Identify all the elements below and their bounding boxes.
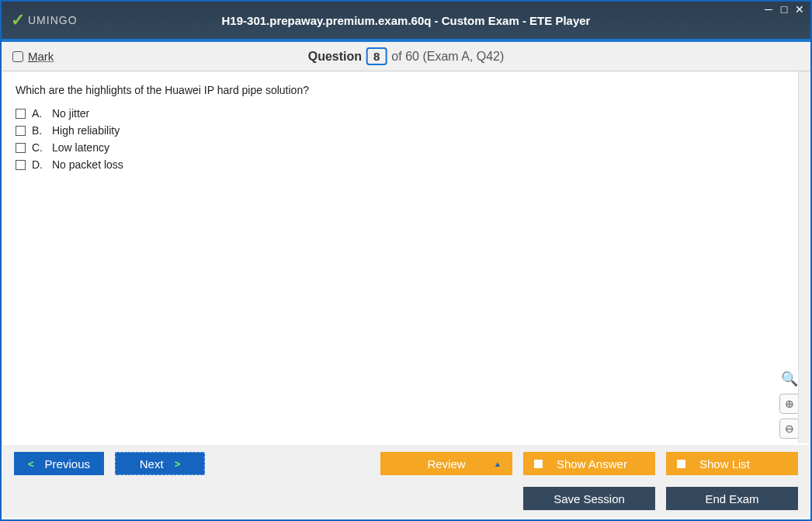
- end-exam-button[interactable]: End Exam: [666, 487, 798, 510]
- window-title: H19-301.prepaway.premium.exam.60q - Cust…: [222, 14, 591, 27]
- button-row-2: Save Session End Exam: [3, 482, 809, 518]
- option-b[interactable]: B. High reliability: [16, 124, 796, 137]
- option-a[interactable]: A. No jitter: [16, 107, 796, 120]
- chevron-left-icon: <: [28, 458, 34, 470]
- option-letter: A.: [32, 107, 46, 120]
- button-label: Show List: [699, 457, 750, 471]
- show-answer-button[interactable]: Show Answer: [523, 452, 655, 475]
- previous-button[interactable]: < Previous: [14, 452, 104, 475]
- square-icon: [677, 460, 685, 468]
- mark-checkbox[interactable]: [12, 51, 23, 62]
- option-text: No packet loss: [52, 158, 123, 171]
- zoom-in-icon[interactable]: ⊕: [779, 394, 800, 414]
- titlebar: ✓ UMINGO H19-301.prepaway.premium.exam.6…: [2, 2, 810, 39]
- show-list-button[interactable]: Show List: [666, 452, 798, 475]
- logo-text: UMINGO: [28, 14, 78, 26]
- scrollbar[interactable]: [798, 71, 809, 443]
- option-c[interactable]: C. Low latency: [16, 141, 796, 154]
- checkbox-icon[interactable]: [16, 109, 26, 119]
- button-label: Show Answer: [557, 457, 627, 471]
- next-button[interactable]: Next >: [115, 452, 205, 475]
- checkbox-icon[interactable]: [16, 126, 26, 136]
- logo: ✓ UMINGO: [11, 10, 78, 30]
- triangle-up-icon: ▲: [494, 460, 501, 468]
- mark-checkbox-group[interactable]: Mark: [12, 50, 54, 63]
- question-suffix: of 60 (Exam A, Q42): [391, 50, 504, 64]
- review-button[interactable]: Review ▲: [380, 452, 512, 475]
- checkbox-icon[interactable]: [16, 143, 26, 153]
- option-letter: C.: [32, 141, 46, 154]
- options-list: A. No jitter B. High reliability C. Low …: [16, 107, 796, 171]
- minimize-button[interactable]: ─: [762, 3, 775, 16]
- checkbox-icon[interactable]: [16, 160, 26, 170]
- close-button[interactable]: ✕: [793, 3, 806, 16]
- option-text: No jitter: [52, 107, 89, 120]
- button-label: Review: [427, 457, 465, 471]
- option-text: Low latency: [52, 141, 109, 154]
- button-label: Previous: [45, 457, 90, 471]
- zoom-out-icon[interactable]: ⊖: [779, 419, 800, 439]
- question-text: Which are the highlights of the Huawei I…: [16, 84, 796, 96]
- button-label: End Exam: [705, 492, 758, 505]
- option-text: High reliability: [52, 124, 120, 137]
- side-tools: 🔍 ⊕ ⊖: [779, 369, 800, 439]
- question-number: 8: [366, 47, 387, 65]
- question-word: Question: [308, 50, 362, 64]
- window-controls: ─ □ ✕: [762, 3, 806, 16]
- option-letter: B.: [32, 124, 46, 137]
- question-indicator: Question 8 of 60 (Exam A, Q42): [308, 47, 505, 65]
- button-label: Next: [140, 457, 164, 471]
- option-letter: D.: [32, 158, 46, 171]
- logo-check-icon: ✓: [11, 10, 25, 30]
- mark-label: Mark: [28, 50, 54, 63]
- button-row-1: < Previous Next > Review ▲ Show Answer S…: [3, 445, 809, 482]
- save-session-button[interactable]: Save Session: [523, 487, 655, 510]
- search-icon[interactable]: 🔍: [779, 369, 800, 389]
- maximize-button[interactable]: □: [778, 3, 790, 16]
- footer: < Previous Next > Review ▲ Show Answer S…: [3, 445, 809, 518]
- button-label: Save Session: [553, 492, 625, 505]
- square-icon: [534, 460, 543, 468]
- content-area: Which are the highlights of the Huawei I…: [2, 71, 810, 446]
- option-d[interactable]: D. No packet loss: [16, 158, 796, 171]
- question-bar: Mark Question 8 of 60 (Exam A, Q42): [2, 42, 810, 71]
- chevron-right-icon: >: [175, 458, 181, 470]
